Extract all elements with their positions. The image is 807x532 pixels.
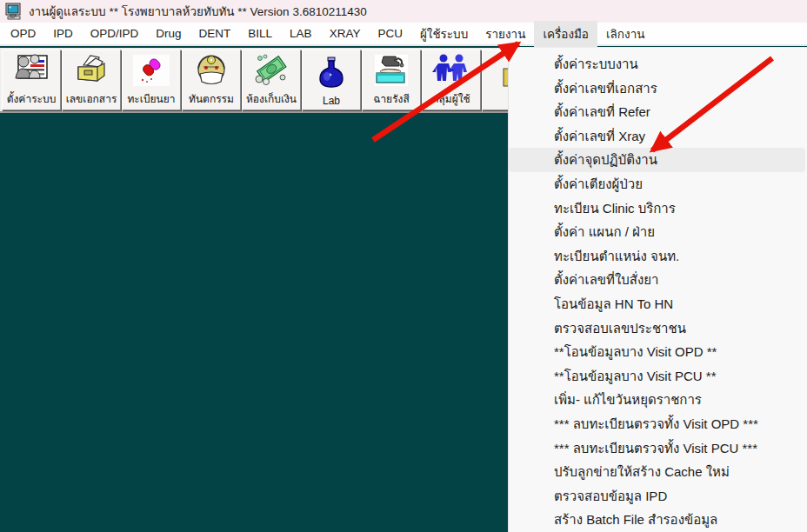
toolbar-button-label: ฉายรังสี — [373, 90, 410, 110]
toolbar-button-system-settings[interactable]: ตั้งค่าระบบ — [2, 50, 61, 110]
tools-menu-item-citizen-id-check[interactable]: ตรวจสอบเลขประชาชน — [509, 316, 807, 341]
dentist-icon — [183, 50, 240, 90]
toolbar-button-document-number[interactable]: เลขเอกสาร — [62, 50, 121, 110]
toolbar-button-drug-registry[interactable]: ทะเบียนยา — [122, 50, 181, 110]
menubar-item-drug[interactable]: Drug — [147, 23, 190, 43]
toolbar-button-label: กลุ่มผู้ใช้ — [432, 90, 470, 110]
app-window: งานผู้ดูแลระบบ ** โรงพยาบาลห้วยทับทัน **… — [0, 0, 807, 532]
menubar-item-dent[interactable]: DENT — [190, 23, 240, 43]
tools-menu-item-workstation-settings[interactable]: ตั้งค่าจุดปฏิบัติงาน — [509, 148, 805, 172]
tools-menu-item-prescription-number[interactable]: ตั้งค่าเลขที่ใบสั่งยา — [509, 268, 807, 292]
system-settings-icon — [3, 50, 60, 90]
tools-menu-item-transfer-visit-pcu[interactable]: **โอนข้อมูลบาง Visit PCU ** — [509, 364, 807, 389]
tools-menu-item-departments[interactable]: ตั้งค่า แผนก / ฝ่าย — [509, 220, 807, 244]
computer-icon — [4, 3, 23, 20]
tools-menu-item-clinic-registry[interactable]: ทะเบียน Clinic บริการ — [509, 196, 807, 221]
lab-flask-icon — [303, 50, 360, 95]
toolbar-button-label: ทะเบียนยา — [127, 90, 175, 110]
menubar-item-bill[interactable]: BILL — [239, 23, 281, 43]
tools-menu-item-hn-transfer[interactable]: โอนข้อมูล HN To HN — [509, 292, 807, 316]
tools-menu-item-staff-positions[interactable]: ทะเบียนตำแหน่ง จนท. — [509, 244, 807, 269]
tools-menu-item-delete-visit-opd[interactable]: *** ลบทะเบียนตรวจทั้ง Visit OPD *** — [509, 412, 807, 436]
window-title: งานผู้ดูแลระบบ ** โรงพยาบาลห้วยทับทัน **… — [29, 2, 367, 21]
tools-menu-item-check-ipd-data[interactable]: ตรวจสอบข้อมูล IPD — [509, 484, 807, 509]
document-box-icon — [63, 50, 120, 90]
tools-menu-item-system-settings[interactable]: ตั้งค่าระบบงาน — [509, 52, 807, 76]
tools-menu-item-batch-backup[interactable]: สร้าง Batch File สำรองข้อมูล — [509, 508, 807, 532]
menubar-item-pcu[interactable]: PCU — [369, 23, 411, 43]
tools-menu-item-refer-number[interactable]: ตั้งค่าเลขที่ Refer — [509, 100, 807, 124]
menubar-item-reports[interactable]: รายงาน — [477, 21, 534, 47]
title-bar: งานผู้ดูแลระบบ ** โรงพยาบาลห้วยทับทัน **… — [0, 0, 807, 23]
toolbar-button-radiology[interactable]: ฉายรังสี — [362, 50, 421, 110]
money-icon — [243, 50, 300, 90]
menubar-item-tools[interactable]: เครื่องมือ — [534, 21, 597, 47]
toolbar-button-label: ตั้งค่าระบบ — [7, 90, 57, 110]
tools-menu-item-patient-beds[interactable]: ตั้งค่าเตียงผู้ป่วย — [509, 172, 807, 196]
menubar-item-xray[interactable]: XRAY — [321, 23, 370, 43]
toolbar-button-user-group[interactable]: กลุ่มผู้ใช้ — [422, 50, 481, 110]
menubar-item-opd[interactable]: OPD — [2, 23, 44, 43]
menubar-item-lab[interactable]: LAB — [281, 23, 321, 43]
tools-menu-item-delete-visit-pcu[interactable]: *** ลบทะเบียนตรวจทั้ง Visit PCU *** — [509, 436, 807, 461]
menubar-item-opd-ipd[interactable]: OPD/IPD — [82, 23, 148, 43]
menubar-item-exit[interactable]: เลิกงาน — [597, 21, 653, 47]
toolbar-button-label: Lab — [323, 95, 340, 110]
tools-menu-item-holidays[interactable]: เพิ่ม- แก้ไขวันหยุดราชการ — [509, 388, 807, 412]
tools-menu-item-transfer-visit-opd[interactable]: **โอนข้อมูลบาง Visit OPD ** — [509, 340, 807, 364]
xray-machine-icon — [363, 50, 420, 90]
toolbar-button-label: ทันตกรรม — [189, 90, 234, 110]
tools-dropdown-menu: ตั้งค่าระบบงาน ตั้งค่าเลขที่เอกสาร ตั้งค… — [508, 47, 807, 532]
tools-menu-item-xray-number[interactable]: ตั้งค่าเลขที่ Xray — [509, 124, 807, 149]
pill-icon — [123, 50, 180, 90]
menubar-item-ipd[interactable]: IPD — [44, 23, 82, 43]
tools-menu-item-document-number[interactable]: ตั้งค่าเลขที่เอกสาร — [509, 76, 807, 101]
user-group-icon — [423, 50, 480, 90]
toolbar-button-cashier[interactable]: ห้องเก็บเงิน — [242, 50, 301, 110]
menubar-item-users[interactable]: ผู้ใช้ระบบ — [411, 21, 477, 47]
toolbar-button-label: เลขเอกสาร — [66, 90, 117, 110]
toolbar-button-label: ห้องเก็บเงิน — [246, 90, 297, 110]
toolbar-button-dental[interactable]: ทันตกรรม — [182, 50, 241, 110]
menu-bar: OPD IPD OPD/IPD Drug DENT BILL LAB XRAY … — [0, 23, 807, 46]
tools-menu-item-rebuild-cache[interactable]: ปรับลูกข่ายให้สร้าง Cache ใหม่ — [509, 460, 807, 484]
toolbar-button-lab[interactable]: Lab — [302, 50, 361, 110]
